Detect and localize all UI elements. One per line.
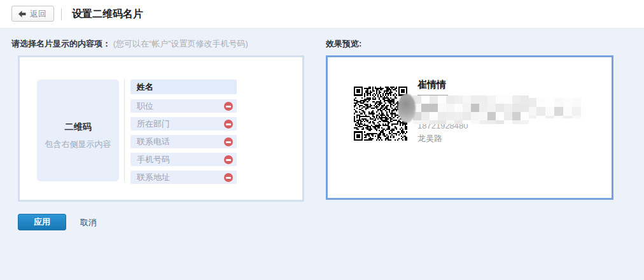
back-button[interactable]: 返回: [11, 6, 54, 22]
remove-field-icon[interactable]: [224, 137, 233, 146]
remove-field-icon[interactable]: [224, 173, 233, 182]
field-row: 手机号码: [130, 153, 237, 166]
selector-instruction-text: 请选择名片显示的内容项：: [11, 39, 111, 48]
panel-vertical-divider: [124, 80, 125, 181]
field-row-label: 手机号码: [137, 155, 170, 164]
preview-label: 效果预览:: [326, 38, 361, 50]
title-divider: [61, 8, 62, 20]
remove-field-icon[interactable]: [224, 120, 233, 129]
field-row-label: 职位: [137, 101, 153, 111]
qr-placeholder-box: 二维码 包含右侧显示内容: [37, 80, 119, 181]
field-list: 姓名职位所在部门联系电话手机号码联系地址: [130, 80, 237, 188]
back-button-label: 返回: [30, 8, 46, 20]
field-row: 所在部门: [130, 117, 237, 130]
remove-field-icon[interactable]: [224, 155, 233, 164]
privacy-blur-blob: [398, 94, 416, 123]
preview-panel: 崔情情 18721928480 龙吴路: [326, 55, 613, 200]
field-selector-panel: 二维码 包含右侧显示内容 姓名职位所在部门联系电话手机号码联系地址: [18, 55, 304, 202]
cancel-link[interactable]: 取消: [80, 217, 97, 228]
remove-field-icon[interactable]: [224, 102, 233, 111]
privacy-blur-overlay: [413, 95, 529, 124]
card-address: 龙吴路: [417, 133, 442, 144]
field-row-label: 联系电话: [137, 137, 170, 146]
qr-card-settings-page: 返回 设置二维码名片 请选择名片显示的内容项： (您可以在“帐户”设置页修改手机…: [0, 0, 644, 280]
qr-placeholder-title: 二维码: [37, 122, 119, 133]
selector-instruction: 请选择名片显示的内容项： (您可以在“帐户”设置页修改手机号码): [11, 38, 248, 50]
page-title: 设置二维码名片: [72, 8, 143, 21]
qr-placeholder-subtitle: 包含右侧显示内容: [37, 139, 119, 150]
selector-instruction-note: (您可以在“帐户”设置页修改手机号码): [113, 39, 248, 48]
field-row: 职位: [130, 99, 237, 113]
field-row: 联系电话: [130, 135, 237, 148]
top-bar: 返回 设置二维码名片: [0, 0, 644, 29]
back-arrow-icon: [18, 10, 26, 18]
field-row-label: 所在部门: [137, 119, 170, 129]
field-row-label: 姓名: [137, 82, 153, 92]
field-row: 姓名: [130, 80, 237, 94]
field-row-label: 联系地址: [137, 172, 170, 182]
card-name: 崔情情: [417, 79, 446, 91]
apply-button[interactable]: 应用: [18, 214, 66, 230]
field-row: 联系地址: [130, 171, 237, 184]
